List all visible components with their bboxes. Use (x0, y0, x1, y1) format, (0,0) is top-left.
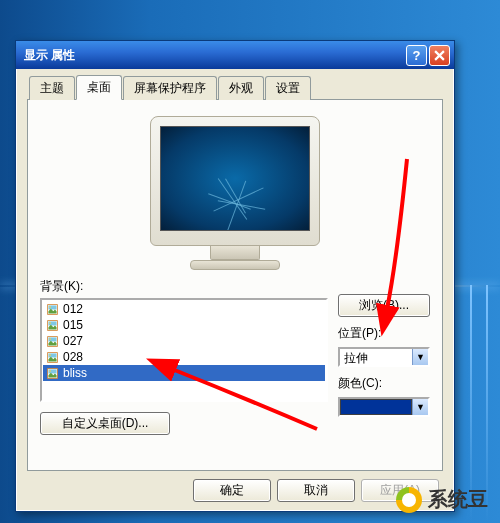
dialog-title: 显示 属性 (24, 47, 404, 64)
close-icon (434, 50, 445, 61)
position-value: 拉伸 (340, 349, 412, 365)
chevron-down-icon: ▼ (412, 399, 428, 415)
preview-area (40, 110, 430, 278)
color-combobox[interactable]: ▼ (338, 397, 430, 417)
list-item-label: bliss (63, 366, 87, 380)
color-label: 颜色(C): (338, 375, 430, 392)
list-item[interactable]: 028 (43, 349, 325, 365)
list-item-label: 012 (63, 302, 83, 316)
customize-desktop-button[interactable]: 自定义桌面(D)... (40, 412, 170, 435)
list-item[interactable]: 015 (43, 317, 325, 333)
list-item[interactable]: bliss (43, 365, 325, 381)
svg-point-8 (49, 338, 51, 340)
tab-theme[interactable]: 主题 (29, 76, 75, 100)
list-item[interactable]: 012 (43, 301, 325, 317)
ok-button[interactable]: 确定 (193, 479, 271, 502)
chevron-down-icon: ▼ (412, 349, 428, 365)
tab-appearance[interactable]: 外观 (218, 76, 264, 100)
watermark: 系统豆 (396, 486, 488, 513)
dialog-button-row: 确定 取消 应用(A) (27, 471, 443, 504)
svg-point-2 (49, 306, 51, 308)
monitor-preview (150, 116, 320, 270)
tab-settings[interactable]: 设置 (265, 76, 311, 100)
titlebar[interactable]: 显示 属性 ? (16, 41, 454, 69)
position-label: 位置(P): (338, 325, 430, 342)
wallpaper-preview (160, 126, 310, 231)
list-item-label: 028 (63, 350, 83, 364)
cancel-button[interactable]: 取消 (277, 479, 355, 502)
help-button[interactable]: ? (406, 45, 427, 66)
list-item-label: 015 (63, 318, 83, 332)
position-combobox[interactable]: 拉伸 ▼ (338, 347, 430, 367)
tab-strip: 主题 桌面 屏幕保护程序 外观 设置 (27, 77, 443, 99)
close-button[interactable] (429, 45, 450, 66)
list-item[interactable]: 027 (43, 333, 325, 349)
svg-point-5 (49, 322, 51, 324)
svg-point-14 (49, 370, 51, 372)
display-properties-dialog: 显示 属性 ? 主题 桌面 屏幕保护程序 外观 设置 (15, 40, 455, 512)
dialog-body: 主题 桌面 屏幕保护程序 外观 设置 (16, 69, 454, 511)
tab-desktop[interactable]: 桌面 (76, 75, 122, 100)
watermark-icon (396, 487, 422, 513)
watermark-text: 系统豆 (428, 486, 488, 513)
browse-button[interactable]: 浏览(B)... (338, 294, 430, 317)
background-label: 背景(K): (40, 278, 328, 295)
tab-panel-desktop: 背景(K): 012015027028bliss 自定义桌面(D)... 浏览(… (27, 99, 443, 471)
color-swatch (340, 399, 412, 415)
list-item-label: 027 (63, 334, 83, 348)
svg-point-11 (49, 354, 51, 356)
background-listbox[interactable]: 012015027028bliss (40, 298, 328, 402)
tab-screensaver[interactable]: 屏幕保护程序 (123, 76, 217, 100)
